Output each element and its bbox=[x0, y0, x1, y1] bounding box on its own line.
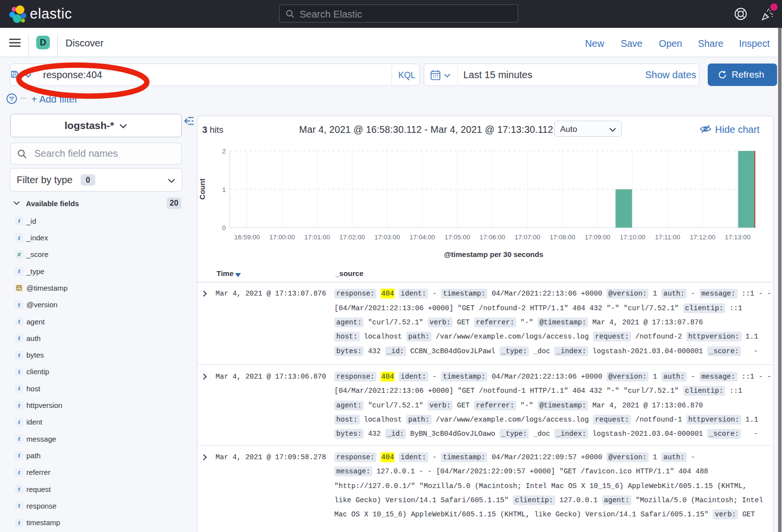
svg-text:17:11:00: 17:11:00 bbox=[655, 234, 680, 241]
svg-text:17:00:00: 17:00:00 bbox=[269, 234, 295, 241]
svg-text:17:12:00: 17:12:00 bbox=[690, 234, 716, 241]
svg-text:16:59:00: 16:59:00 bbox=[234, 234, 260, 241]
svg-text:17:13:00: 17:13:00 bbox=[725, 234, 751, 241]
svg-text:17:02:00: 17:02:00 bbox=[339, 234, 365, 241]
svg-text:17:10:00: 17:10:00 bbox=[620, 234, 646, 241]
svg-text:1: 1 bbox=[222, 186, 226, 193]
svg-text:17:05:00: 17:05:00 bbox=[444, 234, 470, 241]
svg-text:0: 0 bbox=[222, 224, 226, 232]
svg-text:17:01:00: 17:01:00 bbox=[304, 234, 330, 241]
svg-text:17:04:00: 17:04:00 bbox=[410, 234, 435, 241]
svg-text:Count: Count bbox=[198, 178, 206, 199]
svg-text:17:09:00: 17:09:00 bbox=[585, 234, 610, 241]
svg-text:17:07:00: 17:07:00 bbox=[515, 234, 541, 241]
svg-text:2: 2 bbox=[222, 148, 226, 155]
svg-text:17:03:00: 17:03:00 bbox=[374, 234, 400, 241]
svg-text:17:08:00: 17:08:00 bbox=[550, 234, 576, 241]
svg-text:17:06:00: 17:06:00 bbox=[479, 234, 505, 241]
